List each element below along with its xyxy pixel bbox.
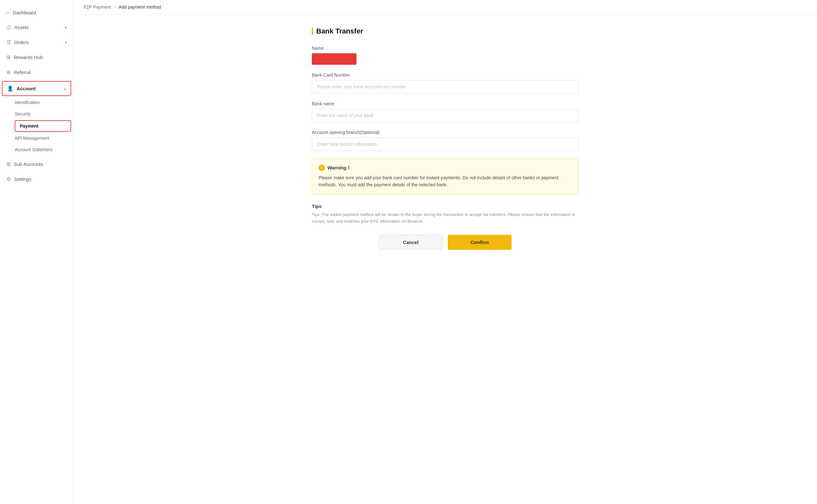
page-title-text: Bank Transfer bbox=[316, 27, 363, 35]
name-label: Name bbox=[312, 46, 579, 51]
assets-icon: ◫ bbox=[6, 24, 11, 30]
page-title: Bank Transfer bbox=[312, 27, 579, 35]
bank-card-label: Bank Card Number bbox=[312, 72, 579, 78]
warning-text: Please make sure you add your bank card … bbox=[318, 174, 572, 189]
tips-section: Tips Tips: The added payment method will… bbox=[312, 204, 579, 225]
account-statement-label: Account Statement bbox=[15, 147, 52, 152]
chevron-down-icon: ▾ bbox=[65, 25, 67, 30]
sidebar-item-label: Dashboard bbox=[13, 10, 67, 15]
bank-name-input[interactable] bbox=[312, 109, 579, 122]
name-field-group: Name bbox=[312, 46, 579, 65]
referral-icon: ⊕ bbox=[6, 69, 11, 75]
sidebar-item-assets[interactable]: ◫ Assets ▾ bbox=[0, 20, 73, 35]
name-redacted-value bbox=[312, 53, 356, 65]
breadcrumb-parent[interactable]: P2P Payment bbox=[84, 4, 111, 10]
sidebar-item-identification[interactable]: Identification bbox=[15, 97, 73, 108]
warning-icon: ! bbox=[318, 165, 325, 171]
sidebar-item-label: Assets bbox=[14, 25, 62, 30]
sidebar-item-security[interactable]: Security bbox=[15, 108, 73, 120]
warning-box: ! Warning！ Please make sure you add your… bbox=[312, 159, 579, 195]
tips-text: Tips: The added payment method will be s… bbox=[312, 211, 579, 225]
bank-card-input[interactable] bbox=[312, 80, 579, 93]
sub-accounts-icon: ⊞ bbox=[6, 161, 11, 167]
sidebar-item-label: Settings bbox=[14, 176, 67, 182]
api-management-label: API Management bbox=[15, 136, 49, 141]
branch-field-group: Account opening branch(Optional) bbox=[312, 130, 579, 151]
sidebar-item-payment[interactable]: Payment bbox=[15, 120, 71, 132]
main-content: P2P Payment > Add payment method Bank Tr… bbox=[73, 0, 817, 504]
branch-label: Account opening branch(Optional) bbox=[312, 130, 579, 135]
cancel-button[interactable]: Cancel bbox=[379, 235, 443, 250]
identification-label: Identification bbox=[15, 100, 40, 105]
security-label: Security bbox=[15, 111, 31, 116]
bank-card-field-group: Bank Card Number bbox=[312, 72, 579, 93]
branch-input[interactable] bbox=[312, 137, 579, 151]
warning-title: Warning！ bbox=[327, 165, 351, 171]
sidebar-item-account-statement[interactable]: Account Statement bbox=[15, 144, 73, 155]
bank-name-label: Bank name bbox=[312, 101, 579, 106]
sidebar-item-label: Sub Accounts bbox=[14, 161, 67, 167]
sidebar-item-orders[interactable]: ☰ Orders ▾ bbox=[0, 35, 73, 50]
warning-header: ! Warning！ bbox=[318, 165, 572, 171]
sidebar-item-api-management[interactable]: API Management bbox=[15, 132, 73, 144]
sidebar-item-account[interactable]: 👤 Account ▴ bbox=[2, 81, 71, 96]
settings-icon: ⚙ bbox=[6, 176, 11, 182]
sidebar-item-label: Account bbox=[17, 86, 61, 91]
confirm-button[interactable]: Confirm bbox=[448, 235, 512, 250]
tips-title: Tips bbox=[312, 204, 579, 209]
rewards-icon: ⊞ bbox=[6, 54, 11, 60]
sidebar-item-label: Orders bbox=[14, 40, 62, 45]
breadcrumb-current: Add payment method bbox=[119, 4, 161, 10]
account-icon: 👤 bbox=[7, 85, 13, 92]
chevron-down-icon: ▾ bbox=[65, 40, 67, 45]
sidebar-item-dashboard[interactable]: ⌂ Dashboard bbox=[0, 5, 73, 20]
sidebar-item-settings[interactable]: ⚙ Settings bbox=[0, 172, 73, 187]
bank-name-field-group: Bank name bbox=[312, 101, 579, 122]
sidebar: ⌂ Dashboard ◫ Assets ▾ ☰ Orders ▾ ⊞ Rewa… bbox=[0, 0, 73, 504]
sidebar-item-referral[interactable]: ⊕ Referral bbox=[0, 65, 73, 80]
form-content: Bank Transfer Name Bank Card Number Bank… bbox=[301, 14, 589, 263]
chevron-up-icon: ▴ bbox=[64, 86, 66, 91]
sidebar-item-label: Rewards Hub bbox=[14, 55, 67, 60]
breadcrumb: P2P Payment > Add payment method bbox=[73, 0, 817, 14]
orders-icon: ☰ bbox=[6, 39, 11, 45]
account-submenu: Identification Security Payment API Mana… bbox=[0, 97, 73, 155]
sidebar-item-rewards-hub[interactable]: ⊞ Rewards Hub bbox=[0, 50, 73, 65]
button-row: Cancel Confirm bbox=[312, 235, 579, 250]
dashboard-icon: ⌂ bbox=[6, 10, 10, 15]
sidebar-item-label: Referral bbox=[14, 70, 67, 75]
sidebar-item-sub-accounts[interactable]: ⊞ Sub Accounts bbox=[0, 157, 73, 172]
breadcrumb-separator: > bbox=[113, 4, 116, 10]
payment-label: Payment bbox=[20, 123, 38, 129]
accent-bar bbox=[312, 27, 313, 35]
